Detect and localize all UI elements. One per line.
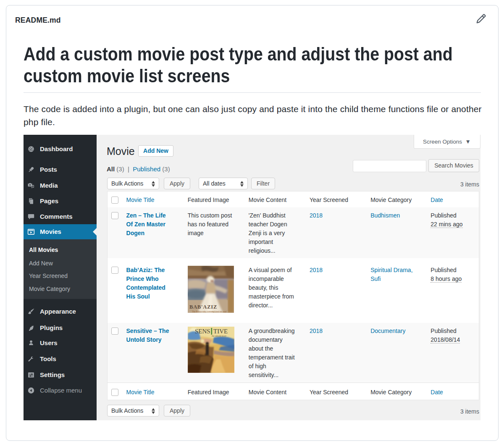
svg-text:SENS: SENS	[195, 328, 210, 335]
svg-text:TIVE: TIVE	[213, 328, 228, 335]
svg-text:BAB'AZIZ: BAB'AZIZ	[189, 304, 217, 310]
svg-text:The Prince who contemplated hi: The Prince who contemplated his soul	[192, 310, 227, 313]
svg-text:the untold story: the untold story	[212, 335, 226, 337]
